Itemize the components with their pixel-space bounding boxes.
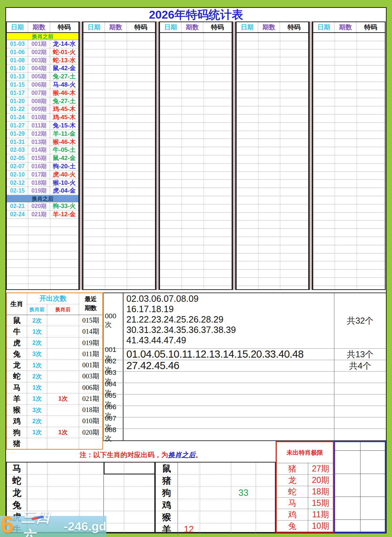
count-before: 3次 (27, 349, 47, 359)
empty-grid-rows (83, 33, 155, 289)
header-zodiac: 生肖 (7, 293, 27, 315)
result-date: 01-15 (7, 81, 28, 89)
col-header-period: 期数 (28, 22, 50, 32)
result-period: 001期 (28, 40, 50, 48)
result-period: 014期 (28, 146, 50, 154)
recent-period: 015期 (79, 315, 102, 326)
watermark-246gd: 6 三四六 -246.gd (0, 516, 106, 537)
code-cell (178, 511, 200, 523)
zodiac-label: 猪 (156, 475, 178, 487)
result-row: 02-21 020期 狗-33-火 (7, 202, 78, 211)
zodiac-code-row: 鸡 (156, 499, 275, 511)
result-date: 01-31 (7, 138, 28, 146)
zodiac-stats-row: 羊 1次 1次 021期 (7, 393, 102, 405)
zodiac-label: 狗 (7, 427, 27, 438)
result-date: 02-21 (7, 202, 28, 210)
code-cell (48, 475, 80, 487)
banner-before-zodiac-change: 换肖之前 (7, 33, 78, 40)
result-period: 016期 (28, 163, 50, 170)
count-after (47, 416, 79, 426)
result-code: 马-48-火 (50, 81, 78, 89)
results-group-1: 日期 期数 特码 换肖之前 01-03 001期 龙-14-水 01-06 00… (6, 21, 79, 290)
zodiac-code-row: 狗 33 (156, 487, 275, 499)
result-date: 01-06 (7, 48, 28, 56)
limit-periods: 27期 (308, 463, 333, 474)
note-highlight: 换肖之后 (168, 451, 195, 459)
code-cell (231, 511, 256, 523)
result-date: 02-15 (7, 187, 28, 195)
count-before (27, 438, 47, 449)
code-cell (48, 463, 80, 474)
result-row: 01-13 005期 兔-27-土 (7, 73, 78, 81)
col-header-date: 日期 (160, 22, 182, 32)
limit-periods: 20期 (308, 475, 333, 486)
frequency-row: 007次 (104, 417, 386, 429)
frequency-label: 008次 (104, 429, 124, 440)
code-cell (80, 463, 104, 474)
result-date: 02-24 (7, 211, 28, 218)
count-after (47, 315, 79, 326)
count-before: 2次 (27, 315, 47, 326)
zodiac-stats-row: 狗 1次 1次 020期 (7, 427, 102, 438)
result-period: 019期 (28, 187, 50, 195)
count-before: 1次 (27, 360, 47, 371)
code-cell (231, 475, 256, 487)
empty-grid-rows (7, 219, 78, 289)
result-date: 01-27 (7, 122, 28, 130)
code-cell (124, 523, 154, 535)
result-code: 猴-46-木 (50, 89, 78, 97)
empty-blue-grid-box (334, 441, 386, 533)
col-header-period: 期数 (105, 22, 127, 32)
result-period: 008期 (28, 97, 50, 105)
result-code: 兔-27-土 (50, 97, 78, 105)
frequency-total (334, 417, 386, 429)
header-draw-count-group: 开出次数 换肖前 换肖后 (27, 293, 79, 315)
frequency-total (334, 383, 386, 394)
frequency-total: 共4个 (334, 360, 386, 371)
code-cell (124, 463, 154, 474)
recent-period: 018期 (79, 405, 102, 415)
result-date: 01-10 (7, 64, 28, 72)
recent-period: 010期 (79, 416, 102, 426)
limit-periods: 15期 (308, 498, 333, 509)
result-code: 蛇-01-火 (50, 48, 78, 56)
count-after: 1次 (47, 393, 79, 404)
frequency-numbers (124, 406, 334, 417)
result-code: 虎-40-火 (50, 171, 78, 179)
recent-period (79, 438, 102, 449)
code-cell (124, 487, 154, 499)
result-code: 龙-14-水 (50, 40, 78, 48)
limit-periods: 18期 (308, 486, 333, 497)
empty-grid-rows (160, 33, 232, 289)
code-cell (27, 487, 48, 499)
frequency-row: 004次 (104, 383, 386, 395)
limit-zodiac: 兔 (277, 521, 308, 532)
result-period: 006期 (28, 81, 50, 89)
result-period: 003期 (28, 57, 50, 64)
count-after (47, 382, 79, 393)
code-cell (256, 487, 275, 499)
zodiac-label: 马 (7, 463, 27, 474)
note-text: 注：以下生肖的对应出码，为 (80, 451, 168, 459)
recent-period: 014期 (79, 326, 102, 337)
zodiac-label: 羊 (7, 393, 27, 404)
frequency-numbers (124, 395, 334, 406)
header-before-change: 换肖前 (27, 304, 47, 315)
limit-row: 龙 20期 (277, 475, 333, 486)
count-after (47, 405, 79, 415)
results-group-5: 日期 期数 特码 (313, 21, 386, 290)
result-period: 015期 (28, 154, 50, 162)
count-after (47, 371, 79, 382)
result-period: 007期 (28, 89, 50, 97)
recent-period: 020期 (79, 427, 102, 438)
group-separator (309, 21, 313, 290)
result-code: 鸡-45-木 (50, 113, 78, 121)
result-period: 020期 (28, 202, 50, 210)
col-header-code: 特码 (50, 22, 78, 32)
limit-box-title: 未出特肖极限 (277, 442, 333, 463)
frequency-total (334, 406, 386, 417)
count-before: 1次 (27, 326, 47, 337)
unreleased-zodiac-limit-box: 未出特肖极限 猪 27期 龙 20期 蛇 18期 马 15期 鸡 (276, 441, 334, 533)
result-date: 01-03 (7, 40, 28, 48)
result-date: 02-10 (7, 171, 28, 179)
